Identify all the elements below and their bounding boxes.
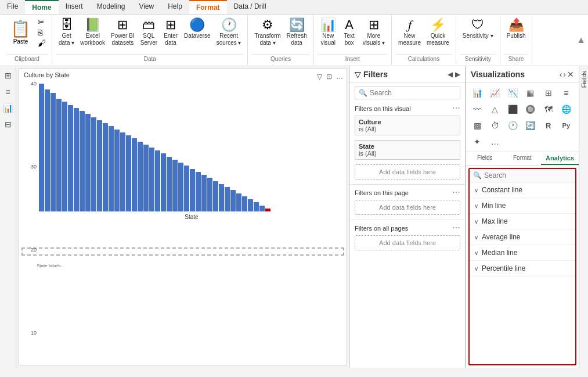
filter-state-title: State (359, 143, 456, 150)
chart-focus-btn[interactable]: ⊡ (325, 71, 333, 82)
analytics-item-percentile[interactable]: ∨ Percentile line (470, 261, 575, 277)
sidebar-btn-table[interactable]: ⊞ (1, 69, 15, 82)
paste-label: Paste (13, 38, 28, 45)
viz-icon-matrix[interactable]: ≡ (558, 85, 573, 100)
recent-sources-label: Recentsources ▾ (217, 33, 241, 46)
tab-help[interactable]: Help (161, 0, 189, 14)
viz-next-arrow[interactable]: › (563, 70, 566, 79)
sidebar-btn-list[interactable]: ≡ (1, 85, 15, 99)
add-fields-page-btn[interactable]: Add data fields here (355, 200, 460, 215)
add-fields-visual-btn[interactable]: Add data fields here (355, 164, 460, 179)
analytics-item-max[interactable]: ∨ Max line (470, 214, 575, 229)
chart-filter-btn[interactable]: ▽ (316, 71, 323, 82)
tab-home[interactable]: Home (25, 0, 58, 14)
viz-icon-python[interactable]: Py (558, 118, 573, 133)
viz-icon-r[interactable]: R (541, 118, 556, 133)
viz-icon-map[interactable]: 🗺 (541, 102, 556, 117)
viz-close-arrow[interactable]: ✕ (567, 70, 574, 79)
enter-data-button[interactable]: ⊞ Enterdata (160, 17, 181, 48)
get-data-button[interactable]: 🗄 Getdata ▾ (56, 17, 77, 48)
viz-icon-donut[interactable]: 🔄 (523, 118, 538, 133)
queries-label: Queries (251, 54, 309, 63)
filters-on-page-dots[interactable]: ⋯ (452, 188, 465, 197)
min-chevron: ∨ (474, 203, 478, 209)
sql-server-button[interactable]: 🗃 SQLServer (138, 17, 160, 48)
bar-item (45, 89, 50, 211)
format-painter-button[interactable]: 🖌 (35, 38, 48, 48)
bar-item (138, 142, 143, 211)
viz-icon-line[interactable]: 📈 (488, 85, 503, 100)
tab-data-drill[interactable]: Data / Drill (227, 0, 273, 14)
ribbon-scroll-up[interactable]: ▲ (576, 35, 586, 45)
excel-workbook-button[interactable]: 📗 Excelworkbook (77, 17, 108, 48)
refresh-data-button[interactable]: 🔄 Refreshdata (284, 17, 310, 48)
bar-item (167, 157, 172, 211)
power-bi-datasets-button[interactable]: ⊞ Power BIdatasets (108, 17, 138, 48)
viz-prev-arrow[interactable]: ‹ (560, 70, 562, 79)
analytics-item-median[interactable]: ∨ Median line (470, 245, 575, 261)
analytics-item-average[interactable]: ∨ Average line (470, 229, 575, 245)
viz-tab-analytics[interactable]: Analytics (541, 152, 579, 165)
filters-on-all-pages-header: Filters on all pages ⋯ (350, 222, 465, 233)
bar-item (91, 117, 96, 211)
viz-tab-format[interactable]: Format (504, 152, 542, 165)
tab-insert[interactable]: Insert (59, 0, 90, 14)
quick-measure-button[interactable]: ⚡ Quickmeasure (424, 17, 452, 48)
filters-on-all-pages-dots[interactable]: ⋯ (452, 223, 465, 232)
filters-forward-icon[interactable]: ▶ (455, 70, 460, 78)
bar-item (201, 175, 207, 211)
transform-data-button[interactable]: ⚙ Transformdata ▾ (251, 17, 283, 48)
sensitivity-button[interactable]: 🛡 Sensitivity ▾ (460, 17, 496, 41)
bar-item (103, 123, 108, 211)
tab-modeling[interactable]: Modeling (90, 0, 132, 14)
viz-icon-table[interactable]: ⊞ (541, 85, 556, 100)
filters-search-input[interactable] (370, 89, 456, 97)
analytics-search-box[interactable]: 🔍 (470, 169, 575, 182)
viz-icon-card[interactable]: ▩ (470, 118, 485, 133)
new-visual-button[interactable]: 📊 Newvisual (318, 17, 339, 48)
tab-file[interactable]: File (0, 0, 25, 14)
sidebar-btn-minus[interactable]: ⊟ (1, 117, 15, 131)
cut-button[interactable]: ✂ (35, 17, 48, 27)
dataverse-button[interactable]: 🔵 Dataverse (181, 17, 214, 41)
filters-on-visual-dots[interactable]: ⋯ (452, 103, 465, 113)
transform-icon: ⚙ (262, 19, 273, 31)
copy-button[interactable]: ⎘ (35, 27, 48, 38)
viz-icon-scatter[interactable]: 〰 (470, 102, 485, 117)
new-measure-button[interactable]: 𝑓 Newmeasure (395, 17, 424, 48)
viz-icon-gauge[interactable]: 🔘 (523, 102, 538, 117)
viz-icon-stacked-bar[interactable]: 📊 (470, 85, 485, 100)
viz-icon-area[interactable]: 📉 (505, 85, 520, 100)
analytics-item-min[interactable]: ∨ Min line (470, 198, 575, 214)
clipboard-label: Clipboard (6, 54, 48, 63)
publish-button[interactable]: 📤 Publish (504, 17, 529, 41)
fields-panel-label[interactable]: Fields (579, 66, 589, 92)
analytics-item-constant[interactable]: ∨ Constant line (470, 182, 575, 198)
viz-panel: Visualizations ‹ › ✕ 📊 📈 📉 ▦ ⊞ ≡ 〰 △ ⬛ 🔘… (466, 66, 579, 368)
text-box-button[interactable]: A Textbox (339, 17, 360, 48)
bar-item (213, 181, 218, 211)
viz-icon-slicer[interactable]: 🕐 (505, 118, 520, 133)
filters-back-icon[interactable]: ◀ (448, 70, 453, 78)
sql-label: SQLServer (140, 33, 157, 46)
viz-icon-kpi[interactable]: ⏱ (488, 118, 503, 133)
chart-more-btn[interactable]: … (335, 71, 344, 82)
copy-icon: ⎘ (38, 28, 42, 37)
recent-sources-button[interactable]: 🕐 Recentsources ▾ (214, 17, 244, 48)
sidebar-btn-chart[interactable]: 📊 (1, 101, 15, 115)
tab-format[interactable]: Format (189, 0, 227, 14)
viz-icon-column[interactable]: ▦ (523, 85, 538, 100)
viz-icon-ai[interactable]: ✦ (470, 134, 485, 149)
more-visuals-button[interactable]: ⊞ Morevisuals ▾ (360, 17, 388, 48)
tab-view[interactable]: View (132, 0, 161, 14)
ribbon-group-queries: ⚙ Transformdata ▾ 🔄 Refreshdata Queries (248, 16, 313, 64)
viz-icon-treemap[interactable]: ⬛ (505, 102, 520, 117)
viz-icon-pie[interactable]: △ (488, 102, 503, 117)
viz-icon-globe[interactable]: 🌐 (558, 102, 573, 117)
filters-search-box[interactable]: 🔍 (355, 87, 460, 99)
viz-tab-build[interactable]: Fields (466, 152, 504, 165)
viz-icon-more[interactable]: … (488, 134, 503, 149)
paste-button[interactable]: 📋 Paste (6, 17, 35, 47)
analytics-search-input[interactable] (484, 171, 572, 179)
add-fields-all-pages-btn[interactable]: Add data fields here (355, 235, 460, 250)
